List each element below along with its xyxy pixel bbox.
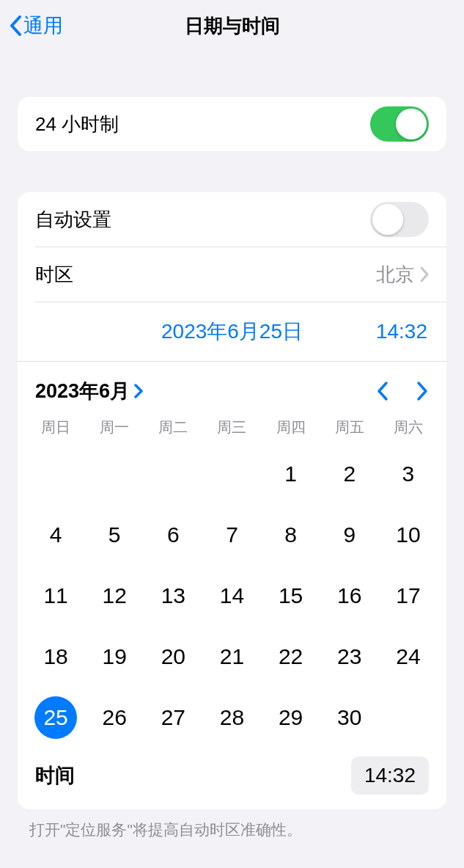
selected-date-display[interactable]: 2023年6月25日 — [125, 318, 339, 346]
section-24hr: 24 小时制 — [18, 97, 446, 151]
time-label: 时间 — [35, 762, 75, 789]
day-cell[interactable]: 1 — [262, 443, 320, 504]
day-cell-empty — [202, 443, 261, 504]
day-cell[interactable]: 13 — [144, 565, 202, 626]
weekday-label: 周三 — [202, 417, 261, 437]
prev-month-button[interactable] — [376, 381, 389, 401]
day-cell[interactable]: 14 — [202, 565, 261, 626]
weekday-label: 周一 — [85, 417, 144, 437]
day-cell[interactable]: 22 — [262, 626, 320, 687]
chevron-left-icon — [9, 15, 22, 37]
day-cell[interactable]: 4 — [26, 504, 85, 565]
section-datetime: 自动设置 时区 北京 2023年6月25日 14:32 2023年6月 — [18, 192, 446, 809]
day-cell[interactable]: 9 — [320, 504, 379, 565]
weekday-label: 周五 — [320, 417, 379, 437]
day-cell[interactable]: 16 — [320, 565, 379, 626]
toggle-auto-set[interactable] — [370, 202, 429, 237]
weekday-label: 周四 — [262, 417, 320, 437]
day-cell[interactable]: 21 — [202, 626, 261, 687]
day-cell[interactable]: 3 — [379, 443, 438, 504]
day-cell[interactable]: 28 — [202, 687, 261, 748]
weekday-label: 周日 — [26, 417, 85, 437]
day-cell-empty — [26, 443, 85, 504]
day-cell[interactable]: 5 — [85, 504, 144, 565]
timezone-row[interactable]: 时区 北京 — [18, 247, 446, 302]
day-cell[interactable]: 25 — [26, 687, 85, 748]
day-cell[interactable]: 24 — [379, 626, 438, 687]
day-cell[interactable]: 8 — [262, 504, 320, 565]
selected-time-display[interactable]: 14:32 — [339, 320, 427, 343]
day-cell[interactable]: 2 — [320, 443, 379, 504]
chevron-right-icon — [134, 384, 143, 398]
day-cell[interactable]: 6 — [144, 504, 202, 565]
label-auto-set: 自动设置 — [35, 207, 111, 233]
day-cell[interactable]: 10 — [379, 504, 438, 565]
back-button[interactable]: 通用 — [9, 12, 63, 39]
next-month-button[interactable] — [416, 381, 429, 401]
day-cell[interactable]: 7 — [202, 504, 261, 565]
toggle-24hr[interactable] — [370, 106, 429, 142]
hint-text: 打开"定位服务"将提高自动时区准确性。 — [29, 820, 435, 840]
month-year-button[interactable]: 2023年6月 — [35, 378, 143, 404]
time-picker-button[interactable]: 14:32 — [351, 756, 429, 795]
day-cell-empty — [144, 443, 202, 504]
day-cell[interactable]: 15 — [262, 565, 320, 626]
day-cell[interactable]: 12 — [85, 565, 144, 626]
day-cell[interactable]: 29 — [262, 687, 320, 748]
day-cell-empty — [85, 443, 144, 504]
day-cell[interactable]: 19 — [85, 626, 144, 687]
day-cell[interactable]: 23 — [320, 626, 379, 687]
day-cell[interactable]: 27 — [144, 687, 202, 748]
month-year-label: 2023年6月 — [35, 378, 130, 404]
day-cell[interactable]: 18 — [26, 626, 85, 687]
chevron-right-icon — [420, 266, 429, 282]
day-cell[interactable]: 20 — [144, 626, 202, 687]
page-title: 日期与时间 — [185, 13, 280, 39]
back-label: 通用 — [23, 12, 63, 39]
day-cell[interactable]: 30 — [320, 687, 379, 748]
day-cell[interactable]: 26 — [85, 687, 144, 748]
day-cell[interactable]: 17 — [379, 565, 438, 626]
label-timezone: 时区 — [35, 262, 73, 288]
label-24hr: 24 小时制 — [35, 112, 119, 137]
weekday-label: 周六 — [379, 417, 438, 437]
weekday-label: 周二 — [144, 417, 202, 437]
timezone-value: 北京 — [376, 262, 414, 288]
day-cell[interactable]: 11 — [26, 565, 85, 626]
